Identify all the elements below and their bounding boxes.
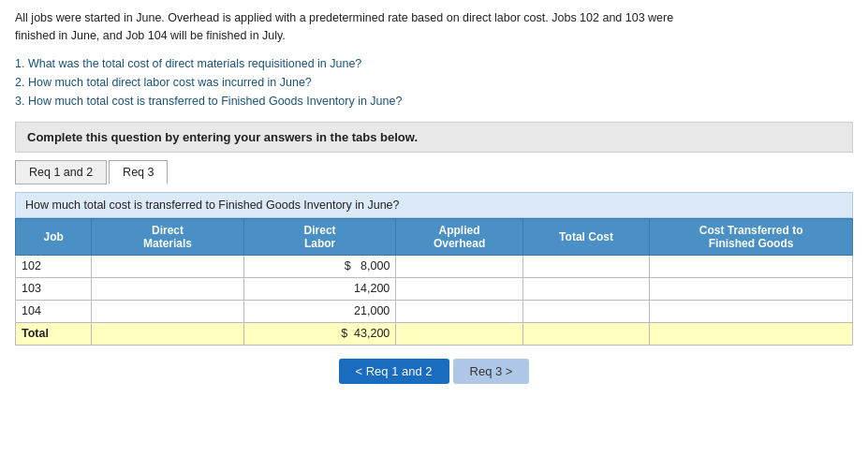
tabs-row: Req 1 and 2 Req 3 (15, 160, 853, 184)
input-ao-103[interactable] (402, 282, 516, 295)
header-cost-transferred: Cost Transferred toFinished Goods (650, 218, 853, 255)
cell-ctfg-total[interactable] (650, 322, 853, 345)
cell-dm-103[interactable] (92, 277, 244, 300)
input-dm-102[interactable] (97, 259, 238, 272)
question-bar: How much total cost is transferred to Fi… (15, 192, 853, 218)
cell-dm-total[interactable] (92, 322, 244, 345)
tab-req-1-and-2[interactable]: Req 1 and 2 (15, 160, 107, 184)
question-2: 2. How much total direct labor cost was … (15, 73, 853, 92)
intro-paragraph: All jobs were started in June. Overhead … (15, 9, 853, 45)
cell-dl-104: 21,000 (243, 300, 396, 322)
cell-tc-103[interactable] (522, 277, 649, 300)
cell-tc-total[interactable] (522, 322, 649, 345)
input-tc-104[interactable] (529, 304, 643, 317)
prev-button[interactable]: < Req 1 and 2 (339, 359, 449, 384)
complete-box: Complete this question by entering your … (15, 122, 853, 153)
table-row-total: Total $ 43,200 (16, 322, 853, 345)
cell-dl-total: $ 43,200 (243, 322, 396, 345)
next-button[interactable]: Req 3 > (453, 359, 530, 384)
input-tc-102[interactable] (529, 259, 643, 272)
input-ctfg-103[interactable] (655, 282, 846, 295)
dl-dollar-102: $ (345, 259, 351, 272)
input-tc-total[interactable] (529, 327, 643, 340)
input-tc-103[interactable] (529, 282, 643, 295)
header-job: Job (16, 218, 92, 255)
input-ctfg-104[interactable] (655, 304, 846, 317)
question-3: 3. How much total cost is transferred to… (15, 92, 853, 110)
cell-job-total: Total (16, 322, 92, 345)
input-ao-102[interactable] (402, 259, 516, 272)
cell-ctfg-103[interactable] (650, 277, 853, 300)
main-table: Job DirectMaterials DirectLabor AppliedO… (15, 218, 853, 346)
header-direct-labor: DirectLabor (243, 218, 396, 255)
header-applied-overhead: AppliedOverhead (396, 218, 522, 255)
dl-dollar-total: $ (341, 327, 347, 340)
table-row: 102 $ 8,000 (16, 255, 853, 277)
questions-list: 1. What was the total cost of direct mat… (15, 54, 853, 110)
question-1: 1. What was the total cost of direct mat… (15, 54, 853, 73)
tab-req-3[interactable]: Req 3 (109, 160, 168, 184)
input-ctfg-102[interactable] (655, 259, 846, 272)
cell-job-104: 104 (16, 300, 92, 322)
cell-ctfg-104[interactable] (650, 300, 853, 322)
cell-dm-104[interactable] (92, 300, 244, 322)
cell-ao-total[interactable] (396, 322, 522, 345)
cell-ao-104[interactable] (396, 300, 522, 322)
header-total-cost: Total Cost (522, 218, 649, 255)
header-direct-materials: DirectMaterials (92, 218, 244, 255)
cell-ctfg-102[interactable] (650, 255, 853, 277)
input-dm-103[interactable] (97, 282, 238, 295)
table-row: 104 21,000 (16, 300, 853, 322)
cell-tc-102[interactable] (522, 255, 649, 277)
input-ctfg-total[interactable] (655, 327, 846, 340)
input-ao-104[interactable] (402, 304, 516, 317)
nav-buttons: < Req 1 and 2 Req 3 > (15, 359, 853, 384)
input-dm-104[interactable] (97, 304, 238, 317)
cell-dl-103: 14,200 (243, 277, 396, 300)
cell-dl-102: $ 8,000 (243, 255, 396, 277)
table-row: 103 14,200 (16, 277, 853, 300)
input-dm-total[interactable] (97, 327, 238, 340)
cell-ao-102[interactable] (396, 255, 522, 277)
cell-ao-103[interactable] (396, 277, 522, 300)
cell-job-103: 103 (16, 277, 92, 300)
cell-job-102: 102 (16, 255, 92, 277)
cell-dm-102[interactable] (92, 255, 244, 277)
input-ao-total[interactable] (402, 327, 516, 340)
cell-tc-104[interactable] (522, 300, 649, 322)
